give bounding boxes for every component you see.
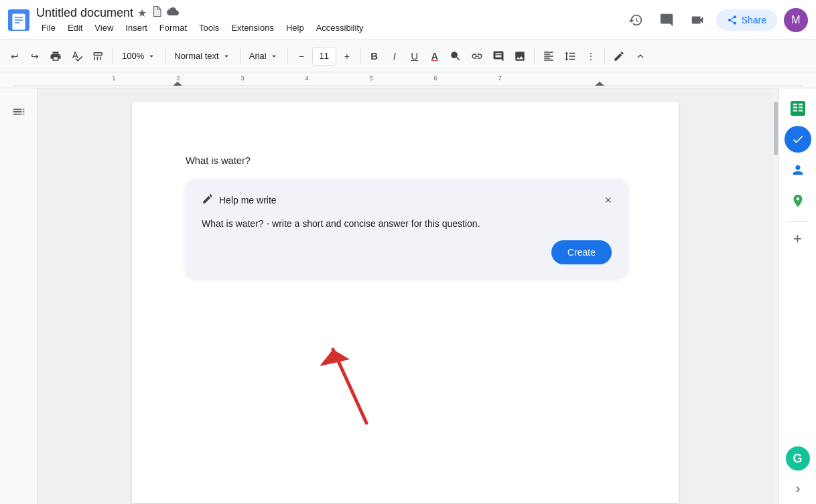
decrease-font-button[interactable]: −: [292, 46, 311, 67]
divider-2: [165, 48, 165, 64]
ai-prompt-text[interactable]: What is water? - write a short and conci…: [202, 217, 612, 231]
menu-insert[interactable]: Insert: [120, 21, 153, 34]
paint-format-button[interactable]: [88, 46, 109, 67]
align-button[interactable]: [539, 46, 559, 67]
ai-panel-header: Help me write ×: [202, 193, 612, 207]
svg-rect-1: [12, 13, 25, 29]
doc-title[interactable]: Untitled document: [36, 6, 133, 20]
chevron-up-button[interactable]: [630, 46, 651, 67]
ai-panel: Help me write × What is water? - write a…: [186, 179, 628, 278]
svg-rect-2: [15, 17, 23, 18]
svg-text:2: 2: [176, 75, 180, 82]
undo-button[interactable]: ↩: [5, 46, 24, 67]
doc-icon: [8, 9, 29, 31]
share-button[interactable]: Share: [716, 9, 777, 31]
ruler: 1 2 3 4 5 6 7: [0, 72, 816, 88]
font-size-input[interactable]: [312, 47, 336, 66]
line-spacing-button[interactable]: [560, 46, 580, 67]
divider-6: [534, 48, 535, 64]
menu-tools[interactable]: Tools: [194, 21, 224, 34]
increase-font-button[interactable]: +: [338, 46, 356, 67]
meet-icon[interactable]: [685, 8, 709, 32]
menu-format[interactable]: Format: [154, 21, 192, 34]
divider-1: [113, 48, 113, 64]
ai-pencil-icon: [202, 193, 214, 207]
style-select[interactable]: Normal text: [169, 46, 235, 67]
left-sidebar: [0, 88, 38, 504]
history-icon[interactable]: [624, 8, 648, 32]
print-button[interactable]: [46, 46, 66, 67]
divider-3: [240, 48, 241, 64]
doc-body-text[interactable]: What is water?: [186, 155, 625, 166]
scrollbar-thumb[interactable]: [774, 102, 778, 155]
ai-panel-title-row: Help me write: [202, 193, 277, 207]
pencil-tool-button[interactable]: [609, 46, 629, 67]
vertical-scrollbar[interactable]: [773, 88, 778, 504]
svg-rect-23: [798, 110, 802, 112]
svg-rect-18: [793, 104, 797, 106]
svg-marker-13: [173, 82, 182, 86]
svg-marker-14: [595, 82, 604, 86]
svg-line-15: [333, 349, 366, 423]
svg-rect-20: [793, 110, 797, 112]
menu-edit[interactable]: Edit: [62, 21, 88, 34]
underline-button[interactable]: U: [405, 46, 424, 67]
svg-rect-21: [798, 104, 802, 106]
sidebar-add-button[interactable]: +: [787, 228, 809, 250]
link-button[interactable]: [467, 46, 487, 67]
spellcheck-button[interactable]: [67, 46, 87, 67]
outline-icon[interactable]: [6, 99, 31, 128]
cloud-icon[interactable]: [167, 5, 179, 20]
grammarly-icon[interactable]: G: [786, 446, 810, 471]
more-options-button[interactable]: ⋮: [582, 46, 600, 67]
maps-sidebar-icon[interactable]: [785, 187, 811, 214]
create-button[interactable]: Create: [551, 240, 612, 264]
zoom-select[interactable]: 100%: [117, 46, 161, 67]
main-area: What is water? Help me write × What is w…: [0, 88, 816, 504]
expand-icon[interactable]: [792, 483, 804, 497]
ai-close-button[interactable]: ×: [604, 194, 612, 206]
ai-panel-title: Help me write: [219, 195, 277, 205]
drive-icon[interactable]: [151, 5, 163, 20]
menu-view[interactable]: View: [89, 21, 119, 34]
menu-bar: File Edit View Insert Format Tools Exten…: [36, 21, 624, 34]
svg-text:4: 4: [305, 75, 308, 82]
tasks-sidebar-icon[interactable]: [785, 126, 811, 153]
svg-text:3: 3: [241, 75, 244, 82]
arrow-annotation: [313, 329, 393, 439]
ai-panel-footer: Create: [202, 240, 612, 264]
title-bar: Untitled document ★ File Edit View Inser…: [0, 0, 816, 40]
svg-text:6: 6: [433, 75, 437, 82]
sheets-sidebar-icon[interactable]: [785, 95, 811, 122]
comment-button[interactable]: [488, 46, 508, 67]
italic-button[interactable]: I: [385, 46, 404, 67]
star-icon[interactable]: ★: [137, 7, 147, 19]
font-select[interactable]: Arial: [245, 46, 283, 67]
svg-rect-19: [793, 106, 797, 108]
menu-extensions[interactable]: Extensions: [226, 21, 279, 34]
ruler-svg: 1 2 3 4 5 6 7: [13, 72, 803, 88]
redo-button[interactable]: ↪: [25, 46, 44, 67]
svg-text:5: 5: [369, 75, 372, 82]
menu-file[interactable]: File: [36, 21, 61, 34]
doc-canvas[interactable]: What is water? Help me write × What is w…: [38, 88, 773, 504]
toolbar: ↩ ↪ 100% Normal text Arial − + B I U A: [0, 40, 816, 72]
sidebar-divider: [787, 221, 809, 222]
svg-rect-4: [15, 22, 20, 23]
svg-rect-3: [15, 19, 23, 21]
menu-accessibility[interactable]: Accessibility: [311, 21, 369, 34]
comments-icon[interactable]: [655, 8, 679, 32]
user-avatar[interactable]: M: [784, 8, 808, 32]
svg-text:1: 1: [112, 75, 115, 82]
menu-help[interactable]: Help: [281, 21, 310, 34]
svg-rect-17: [791, 101, 805, 116]
text-color-button[interactable]: A: [425, 46, 444, 67]
divider-5: [360, 48, 361, 64]
svg-text:7: 7: [498, 75, 501, 82]
image-button[interactable]: [510, 46, 530, 67]
contacts-sidebar-icon[interactable]: [785, 157, 811, 183]
bold-button[interactable]: B: [365, 46, 384, 67]
page: What is water? Help me write × What is w…: [132, 102, 679, 503]
share-label: Share: [742, 15, 766, 25]
highlight-button[interactable]: [446, 46, 466, 67]
